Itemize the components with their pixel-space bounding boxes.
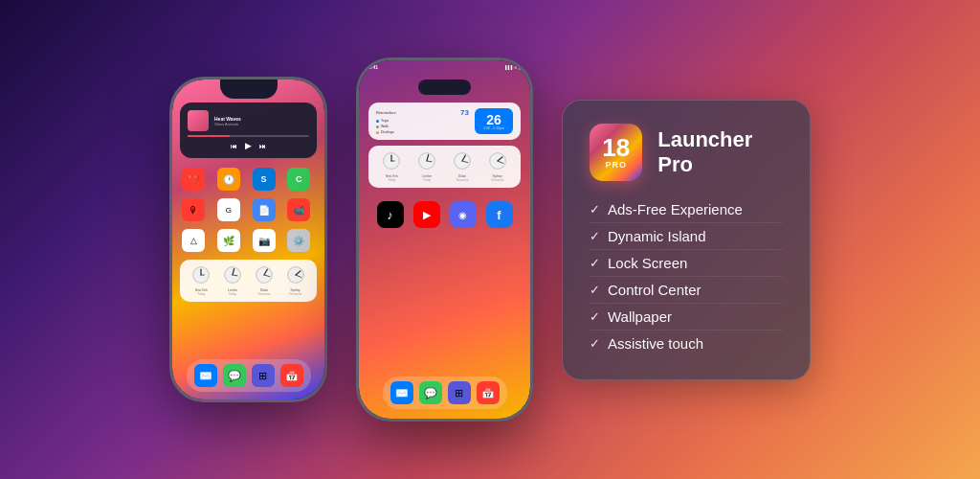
app-youtube[interactable]: ▶ (413, 201, 440, 228)
status-time: 9:41 (368, 64, 378, 70)
city-dubai: Dubai Tomorrow (251, 265, 278, 296)
signal-icon: ▐▐▐ (503, 65, 512, 70)
reminders-title: Reminders (376, 110, 396, 115)
app-logo-number: 18 (602, 135, 630, 160)
feature-label-3: Lock Screen (608, 255, 687, 271)
app-settings[interactable]: ⚙️ (287, 229, 310, 252)
feature-label-1: Ads-Free Experience (608, 201, 743, 217)
world-clock-grid-2: New York Today London Today (376, 151, 513, 182)
dock-apps-2[interactable]: ⊞ (448, 381, 471, 404)
app-google[interactable]: G (217, 198, 240, 221)
city-ny-2: New York Today (376, 151, 408, 182)
feature-label-5: Wallpaper (608, 308, 672, 325)
dock-calendar[interactable]: 📅 (280, 364, 303, 387)
reminder-duolingo: Duolingo (376, 130, 469, 134)
battery-icon: ▮ (519, 65, 521, 70)
dock-mail[interactable]: ✉️ (194, 364, 217, 387)
check-icon-5: ✓ (590, 309, 600, 324)
app-skype[interactable]: S (253, 168, 276, 191)
app-logo: 18 PRO (590, 124, 642, 181)
progress-bar (188, 135, 309, 137)
app-clock[interactable]: 🕐 (217, 168, 240, 191)
city-time-sydney-2: Tomorrow (481, 178, 513, 182)
world-clock-widget: New York Today London Today (180, 260, 317, 302)
feature-list: ✓ Ads-Free Experience ✓ Dynamic Island ✓… (590, 196, 783, 356)
phone-2: 9:41 ▐▐▐ ≋ ▮ Reminders 73 Yoga Walk Duol… (356, 57, 533, 422)
app-logo-sub: PRO (605, 160, 627, 170)
clock-dial-london (223, 265, 242, 285)
reminders-part: Reminders 73 Yoga Walk Duolingo (376, 108, 469, 134)
world-clock-grid: New York Today London Today (188, 265, 309, 296)
song-artist: Glass Animals (214, 122, 309, 126)
reminders-widget: Reminders 73 Yoga Walk Duolingo 26 5:00 … (368, 103, 521, 140)
dock-messages-2[interactable]: 💬 (419, 381, 442, 404)
calendar-part: 26 5:00 - 5:30pm (475, 108, 513, 134)
check-icon-1: ✓ (590, 202, 600, 217)
status-bar-2: 9:41 ▐▐▐ ≋ ▮ (359, 60, 530, 72)
clock-dial-dubai (255, 265, 274, 285)
app-grid-1: ❤️ 🕐 S C (172, 164, 324, 194)
phone-1-screen: Heat Waves Glass Animals ⏮ ▶ ⏭ ❤️ 🕐 S C … (172, 80, 324, 399)
app-name: Launcher Pro (657, 127, 783, 177)
app-header: 18 PRO Launcher Pro (590, 124, 783, 181)
city-time-ny-2: Today (376, 178, 408, 182)
calendar-time: 5:00 - 5:30pm (483, 126, 504, 130)
city-london-2: London Today (412, 151, 443, 182)
phone-2-screen: 9:41 ▐▐▐ ≋ ▮ Reminders 73 Yoga Walk Duol… (359, 60, 530, 419)
play-button[interactable]: ▶ (245, 141, 252, 150)
reminders-count: 73 (460, 108, 469, 117)
feature-label-6: Assistive touch (608, 335, 703, 352)
app-row-2: ♪ ▶ ◉ f (359, 194, 530, 236)
city-time-ny: Today (188, 292, 215, 296)
city-time-sydney: Tomorrow (281, 292, 309, 296)
prev-button[interactable]: ⏮ (231, 143, 237, 149)
reminder-yoga: Yoga (376, 119, 469, 123)
app-meet[interactable]: 📹 (287, 198, 310, 221)
check-icon-4: ✓ (590, 283, 600, 297)
phone-1-notch (220, 80, 278, 99)
feature-lock-screen: ✓ Lock Screen (590, 250, 783, 277)
city-london: London Today (219, 265, 247, 296)
city-time-london: Today (219, 292, 247, 296)
app-maps[interactable]: 🌿 (217, 229, 240, 252)
feature-label-4: Control Center (608, 282, 702, 298)
dock-calendar-2[interactable]: 📅 (477, 381, 500, 404)
app-facebook[interactable]: f (486, 201, 513, 228)
app-photos[interactable]: 📷 (253, 229, 276, 252)
app-drive[interactable]: △ (182, 229, 205, 252)
world-clock-widget-2: New York Today London Today (368, 146, 521, 188)
feature-assistive-touch: ✓ Assistive touch (590, 331, 783, 356)
app-grid-3: △ 🌿 📷 ⚙️ (172, 225, 324, 256)
city-sydney: Sydney Tomorrow (281, 265, 309, 296)
dock-mail-2[interactable]: ✉️ (390, 381, 413, 404)
phone-1-dock: ✉️ 💬 ⊞ 📅 (187, 359, 311, 392)
app-docs[interactable]: 📄 (253, 198, 276, 221)
feature-control-center: ✓ Control Center (590, 277, 783, 304)
app-recorder[interactable]: 🎙 (182, 198, 205, 221)
dock-messages[interactable]: 💬 (223, 364, 246, 387)
app-contacts[interactable]: C (287, 168, 310, 191)
app-health[interactable]: ❤️ (182, 168, 205, 191)
feature-ads-free: ✓ Ads-Free Experience (590, 196, 783, 223)
app-grid-2: 🎙 G 📄 📹 (172, 194, 324, 225)
next-button[interactable]: ⏭ (259, 143, 266, 149)
city-time-dubai-2: Tomorrow (447, 178, 479, 182)
check-icon-6: ✓ (590, 336, 600, 351)
calendar-day: 26 (486, 113, 501, 126)
city-sydney-2: Sydney Tomorrow (481, 151, 513, 182)
clock-dial-ny (191, 265, 211, 285)
check-icon-3: ✓ (590, 256, 600, 270)
album-art (188, 110, 209, 131)
feature-dynamic-island: ✓ Dynamic Island (590, 223, 783, 250)
dynamic-island (418, 80, 471, 95)
clock-dial-dubai-2 (453, 151, 472, 171)
app-discord[interactable]: ◉ (450, 201, 477, 228)
feature-card: 18 PRO Launcher Pro ✓ Ads-Free Experienc… (562, 100, 811, 380)
city-time-dubai: Tomorrow (251, 292, 278, 296)
clock-dial-sydney-2 (488, 151, 507, 171)
app-tiktok[interactable]: ♪ (377, 201, 404, 228)
phone-2-dock: ✉️ 💬 ⊞ 📅 (383, 376, 507, 409)
phone-1: Heat Waves Glass Animals ⏮ ▶ ⏭ ❤️ 🕐 S C … (169, 77, 327, 402)
dock-apps[interactable]: ⊞ (252, 364, 275, 387)
clock-dial-ny-2 (382, 151, 401, 171)
